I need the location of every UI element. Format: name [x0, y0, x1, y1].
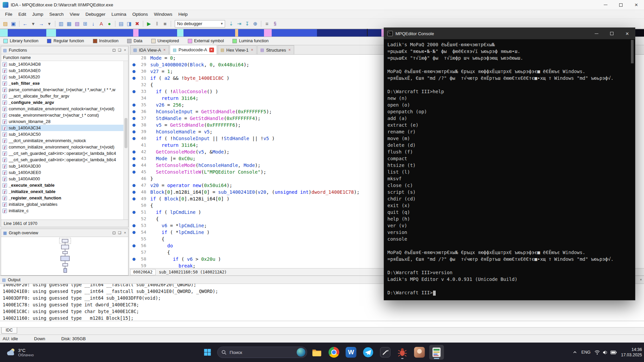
breakpoint-list-icon[interactable]: ▤ — [117, 20, 125, 28]
stop-icon[interactable]: ■ — [161, 20, 169, 28]
function-row[interactable]: f__crt_seh_guarded_call<int>::operator()… — [1, 157, 123, 163]
menu-debugger[interactable]: Debugger — [83, 10, 108, 19]
tab-structures[interactable]: ▤Structures× — [257, 45, 294, 54]
breakpoint-dot[interactable] — [129, 155, 138, 162]
minimize-button[interactable] — [598, 0, 613, 10]
breakpoint-dot[interactable] — [129, 68, 138, 75]
breakpoint-dot[interactable] — [129, 115, 138, 122]
tab-idc[interactable]: IDC — [1, 327, 17, 334]
function-row[interactable]: funknown_libname_28 — [1, 118, 123, 125]
debugger-select[interactable]: No debugger▾ — [175, 20, 225, 27]
function-row[interactable]: fcommon_initialize_environment_nolock<wc… — [1, 144, 123, 150]
breakpoint-gutter[interactable] — [129, 175, 138, 182]
functions-scrollbar[interactable] — [123, 61, 128, 220]
tab-close-icon[interactable]: × — [163, 48, 166, 52]
ida-titlebar[interactable]: IDA - MPQEditor.exe D:\Warcraft III\MPQE… — [0, 0, 644, 10]
taskbar-app-chrome[interactable] — [327, 345, 341, 360]
tab-ida-view-a[interactable]: ▤IDA View-A× — [130, 45, 169, 54]
breakpoint-gutter[interactable] — [129, 95, 138, 102]
function-row[interactable]: fcommon_initialize_environment_nolock<wc… — [1, 106, 123, 112]
start-button[interactable] — [200, 345, 215, 360]
run-until-icon[interactable]: ↧ — [243, 20, 251, 28]
function-row[interactable]: fsub_1400A3D30 — [1, 163, 123, 169]
menu-help[interactable]: Help — [175, 10, 191, 19]
function-row[interactable]: fsub_1400A3520 — [1, 74, 123, 80]
breakpoint-dot[interactable] — [129, 189, 138, 195]
function-row[interactable]: fparse_command_line<wchar_t>(wchar_t *,w… — [1, 86, 123, 93]
scrollbar-thumb[interactable] — [124, 118, 127, 148]
taskbar-app-mpqeditor[interactable] — [429, 345, 444, 360]
function-row[interactable]: finitialize_global_variables — [1, 201, 123, 207]
functions-panel-header[interactable]: ▤ Functions ❏ × — [1, 46, 128, 54]
breakpoint-dot[interactable] — [129, 128, 138, 135]
console-close-button[interactable]: × — [620, 28, 635, 39]
breakpoint-dot[interactable] — [129, 135, 138, 142]
function-row[interactable]: f__acrt_allocate_buffer_for_argv — [1, 93, 123, 99]
breakpoint-gutter[interactable] — [129, 249, 138, 256]
scrollbar-thumb[interactable] — [631, 40, 634, 63]
tray-chevron-icon[interactable] — [573, 350, 577, 355]
scripts-icon[interactable]: § — [271, 20, 279, 28]
breakpoint-gutter[interactable] — [129, 202, 138, 209]
back-more-icon[interactable]: ▾ — [29, 20, 37, 28]
graph-overview-body[interactable] — [1, 237, 128, 275]
function-row[interactable]: f_execute_onexit_table — [1, 182, 123, 188]
lumina-icon[interactable]: ● — [105, 20, 113, 28]
breakpoint-dot[interactable] — [129, 182, 138, 189]
breakpoint-dot[interactable] — [129, 242, 138, 249]
breakpoint-dot[interactable] — [129, 148, 138, 155]
step-over-icon[interactable]: ⇥ — [235, 20, 243, 28]
breakpoint-gutter[interactable] — [129, 236, 138, 242]
panel-close-icon[interactable]: × — [640, 278, 642, 282]
console-body[interactable]: Ladik's MoPaQ 2000 ёъЁшяЄ-юяючэютрЄхы№=р… — [384, 39, 635, 300]
breakpoint-dot[interactable] — [129, 61, 138, 68]
taskbar-app-word[interactable]: W — [344, 345, 359, 360]
menu-jump[interactable]: Jump — [29, 10, 46, 19]
breakpoint-dot[interactable] — [129, 222, 138, 229]
function-row[interactable]: fsub_1400A4000 — [1, 176, 123, 182]
function-row[interactable]: f__crt_seh_guarded_call<int>::operator()… — [1, 150, 123, 157]
console-scrollbar[interactable] — [630, 40, 634, 299]
function-row[interactable]: fsub_1400A3C34 — [1, 125, 123, 131]
menu-windows[interactable]: Windows — [151, 10, 175, 19]
menu-search[interactable]: Search — [46, 10, 67, 19]
tab-close-icon[interactable]: × — [288, 48, 291, 52]
float-icon[interactable]: ❏ — [118, 231, 121, 235]
dock-icon[interactable] — [113, 49, 115, 52]
float-icon[interactable]: ❏ — [118, 48, 121, 52]
taskbar-app-photos[interactable] — [412, 345, 427, 360]
segments-icon[interactable]: ▧ — [73, 20, 81, 28]
tab-hex-view-1[interactable]: ▤Hex View-1× — [218, 45, 257, 54]
function-row[interactable]: fsub_1400A3C50 — [1, 131, 123, 137]
attach-icon[interactable]: ⊕ — [251, 20, 259, 28]
console-titlebar[interactable]: MPQEditor Console × — [384, 28, 635, 39]
breakpoint-dot[interactable] — [129, 88, 138, 95]
panel-close-icon[interactable]: × — [124, 48, 126, 52]
tab-close-icon[interactable]: × — [251, 48, 254, 52]
taskbar-app-explorer[interactable] — [310, 345, 324, 360]
save-icon[interactable]: ▣ — [9, 20, 17, 28]
console-maximize-button[interactable] — [604, 28, 620, 39]
breakpoint-dot[interactable] — [129, 229, 138, 236]
breakpoint-dot[interactable] — [129, 122, 138, 128]
function-row[interactable]: f__dcrt_uninitialize_environments_nolock — [1, 137, 123, 144]
function-row[interactable]: fsub_1400A3EE0 — [1, 169, 123, 176]
function-row[interactable]: fsub_1400A34E0 — [1, 67, 123, 74]
function-row[interactable]: f_seh_filter_exe — [1, 80, 123, 86]
open-file-icon[interactable]: ▨ — [1, 20, 9, 28]
taskbar-app-pen[interactable] — [378, 345, 393, 360]
breakpoint-dot[interactable] — [129, 108, 138, 115]
tab-close-icon[interactable]: × — [209, 48, 214, 52]
output-command-input[interactable] — [0, 321, 644, 327]
pause-icon[interactable]: ‖ — [153, 20, 161, 28]
breakpoint-dot[interactable] — [129, 209, 138, 216]
back-icon[interactable]: ← — [21, 20, 29, 28]
close-view-icon[interactable]: ✖ — [133, 20, 141, 28]
run-icon[interactable]: ▶ — [145, 20, 153, 28]
forward-icon[interactable]: → — [37, 20, 45, 28]
close-button[interactable]: × — [629, 0, 644, 10]
breakpoint-dot[interactable] — [129, 195, 138, 202]
breakpoint-gutter[interactable] — [129, 216, 138, 222]
graph-panel-header[interactable]: ▦ Graph overview ❏ × — [1, 229, 128, 237]
console-minimize-button[interactable] — [589, 28, 604, 39]
